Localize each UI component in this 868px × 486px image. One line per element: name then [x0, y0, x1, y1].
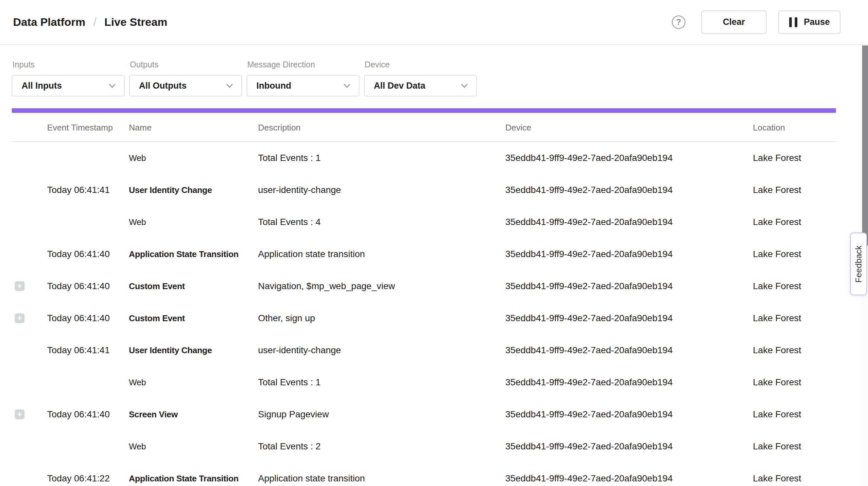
table-body: + Web Total Events : 1 35eddb41-9ff9-49e… [12, 142, 836, 486]
event-timestamp: Today 06:41:41 [47, 345, 129, 356]
event-device: 35eddb41-9ff9-49e2-7aed-20afa90eb194 [505, 409, 753, 420]
event-name: Custom Event [129, 281, 258, 292]
event-description: user-identity-change [258, 345, 505, 356]
breadcrumb: Data Platform / Live Stream [13, 16, 167, 29]
device-filter-label: Device [365, 60, 477, 69]
event-device: 35eddb41-9ff9-49e2-7aed-20afa90eb194 [505, 473, 753, 484]
chevron-down-icon [461, 82, 468, 90]
expand-cell: + [12, 249, 47, 259]
table-row: + Today 06:41:41 User Identity Change us… [12, 174, 836, 206]
event-name: Web [129, 377, 258, 388]
expand-row-button[interactable]: + [15, 281, 25, 291]
chevron-down-icon [343, 82, 351, 90]
event-location: Lake Forest [753, 345, 836, 356]
event-device: 35eddb41-9ff9-49e2-7aed-20afa90eb194 [505, 281, 753, 292]
event-timestamp: Today 06:41:40 [47, 281, 129, 292]
header-actions: ? Clear Pause [672, 10, 840, 34]
breadcrumb-data-platform[interactable]: Data Platform [13, 16, 85, 28]
inputs-select-value: All Inputs [22, 81, 62, 91]
event-description: Application state transition [258, 473, 505, 484]
column-header-description: Description [258, 123, 505, 133]
event-name: Application State Transition [129, 249, 258, 260]
event-location: Lake Forest [753, 409, 836, 420]
scrollbar-thumb[interactable] [862, 45, 868, 246]
outputs-select[interactable]: All Outputs [129, 75, 242, 96]
table-row: + Web Total Events : 1 35eddb41-9ff9-49e… [12, 142, 836, 174]
table-row: + Web Total Events : 4 35eddb41-9ff9-49e… [12, 206, 836, 238]
expand-cell: + [12, 474, 47, 483]
expand-cell: + [12, 217, 47, 227]
column-header-name: Name [129, 123, 258, 133]
event-location: Lake Forest [753, 153, 836, 163]
table-header-row: Event Timestamp Name Description Device … [12, 123, 836, 142]
event-device: 35eddb41-9ff9-49e2-7aed-20afa90eb194 [505, 441, 753, 452]
expand-cell: + [12, 153, 47, 163]
event-name: Web [129, 442, 258, 452]
event-timestamp: Today 06:41:40 [47, 409, 129, 420]
event-description: Other, sign up [258, 313, 505, 324]
chevron-down-icon [108, 82, 116, 90]
plus-icon: + [17, 282, 22, 290]
event-description: Total Events : 1 [258, 153, 505, 163]
expand-cell: + [12, 313, 47, 323]
live-stream-progress-bar [12, 108, 836, 113]
inputs-select[interactable]: All Inputs [12, 75, 125, 96]
expand-cell: + [12, 377, 47, 387]
plus-icon: + [17, 410, 22, 418]
event-name: Application State Transition [129, 474, 258, 484]
outputs-select-value: All Outputs [139, 81, 186, 91]
expand-row-button[interactable]: + [15, 409, 25, 419]
pause-button[interactable]: Pause [778, 10, 840, 34]
filter-message-direction: Message Direction Inbound [247, 60, 360, 96]
filter-outputs: Outputs All Outputs [129, 60, 242, 96]
table-row: + Today 06:41:40 Screen View Signup Page… [12, 398, 836, 430]
device-select-value: All Dev Data [374, 81, 426, 91]
event-device: 35eddb41-9ff9-49e2-7aed-20afa90eb194 [505, 377, 753, 388]
event-device: 35eddb41-9ff9-49e2-7aed-20afa90eb194 [505, 185, 753, 195]
event-location: Lake Forest [753, 281, 836, 292]
expand-cell: + [12, 442, 47, 451]
page-header: Data Platform / Live Stream ? Clear Paus… [0, 0, 868, 45]
event-description: Application state transition [258, 249, 505, 260]
table-row: + Today 06:41:41 User Identity Change us… [12, 334, 836, 366]
message-direction-filter-label: Message Direction [247, 60, 360, 69]
column-header-event-timestamp: Event Timestamp [47, 123, 129, 133]
event-description: Total Events : 4 [258, 217, 505, 227]
event-location: Lake Forest [753, 185, 836, 195]
clear-button[interactable]: Clear [701, 10, 767, 34]
column-header-device: Device [505, 123, 753, 133]
expand-row-button[interactable]: + [15, 313, 25, 323]
expand-cell: + [12, 281, 47, 291]
event-description: Total Events : 1 [258, 377, 505, 388]
event-location: Lake Forest [753, 377, 836, 388]
event-description: Total Events : 2 [258, 441, 505, 452]
breadcrumb-separator: / [93, 16, 96, 29]
event-location: Lake Forest [753, 249, 836, 260]
table-row: + Web Total Events : 1 35eddb41-9ff9-49e… [12, 366, 836, 398]
message-direction-select[interactable]: Inbound [247, 75, 360, 96]
event-name: Web [129, 217, 258, 227]
expand-cell: + [12, 409, 47, 419]
event-description: Navigation, $mp_web_page_view [258, 281, 505, 292]
events-table: Event Timestamp Name Description Device … [12, 123, 836, 486]
event-name: User Identity Change [129, 185, 258, 195]
event-location: Lake Forest [753, 217, 836, 227]
event-device: 35eddb41-9ff9-49e2-7aed-20afa90eb194 [505, 249, 753, 260]
event-location: Lake Forest [753, 473, 836, 484]
table-row: + Today 06:41:40 Custom Event Navigation… [12, 270, 836, 302]
event-description: Signup Pageview [258, 409, 505, 420]
device-select[interactable]: All Dev Data [364, 75, 477, 96]
table-row: + Today 06:41:40 Custom Event Other, sig… [12, 302, 836, 334]
expand-cell: + [12, 345, 47, 355]
event-location: Lake Forest [753, 313, 836, 324]
expand-cell: + [12, 185, 47, 195]
event-device: 35eddb41-9ff9-49e2-7aed-20afa90eb194 [505, 313, 753, 324]
event-description: user-identity-change [258, 185, 505, 195]
event-device: 35eddb41-9ff9-49e2-7aed-20afa90eb194 [505, 217, 753, 227]
event-timestamp: Today 06:41:40 [47, 249, 129, 260]
column-header-spacer [12, 123, 47, 133]
event-timestamp: Today 06:41:22 [47, 473, 129, 484]
event-timestamp: Today 06:41:40 [47, 313, 129, 324]
feedback-tab[interactable]: Feedback [850, 233, 867, 295]
help-icon[interactable]: ? [672, 16, 685, 29]
